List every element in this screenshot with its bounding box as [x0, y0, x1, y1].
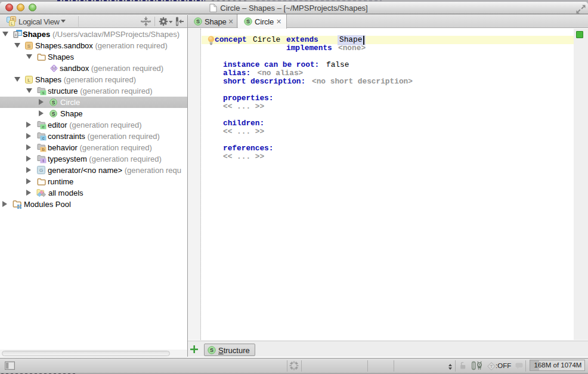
- svg-text:M: M: [52, 66, 56, 71]
- svg-text:S: S: [52, 100, 55, 106]
- svg-text:T: T: [490, 364, 493, 369]
- svg-text:S: S: [246, 18, 250, 24]
- svg-text:S: S: [27, 44, 30, 49]
- svg-text:b: b: [42, 147, 44, 152]
- svg-text:L: L: [27, 78, 30, 83]
- svg-text:G: G: [39, 168, 43, 173]
- svg-text:S: S: [52, 111, 55, 117]
- svg-text:S: S: [196, 18, 200, 24]
- svg-text:e: e: [42, 124, 44, 129]
- svg-text:c: c: [42, 135, 45, 141]
- svg-text:S: S: [210, 347, 213, 353]
- svg-text:L: L: [11, 21, 13, 26]
- svg-text:s: s: [42, 90, 45, 95]
